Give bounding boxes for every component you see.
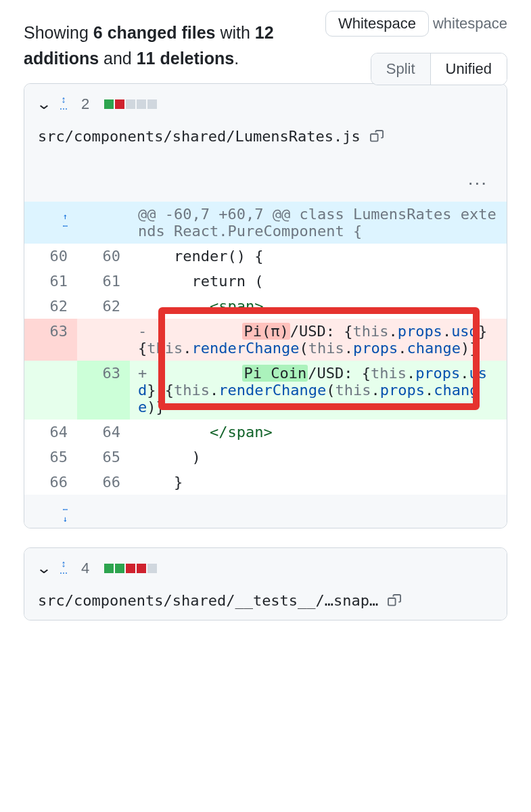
change-count: 4: [81, 560, 89, 577]
change-count: 2: [81, 95, 89, 113]
file-path[interactable]: src/components/shared/__tests__/…snap…: [38, 592, 378, 609]
line-num-old: 63: [24, 319, 77, 361]
expand-down-icon[interactable]: ⋯↓: [63, 505, 68, 524]
diffstat-del-square: [126, 564, 135, 573]
expand-all-icon[interactable]: ↕ ⋯: [60, 95, 68, 113]
split-view-button[interactable]: Split: [371, 53, 430, 85]
copy-icon[interactable]: [388, 594, 401, 608]
line-num-old: 62: [24, 294, 77, 319]
whitespace-toggle-button[interactable]: Whitespace: [325, 11, 429, 37]
summary-prefix: Showing: [24, 23, 93, 42]
whitespace-label: whitespace: [433, 15, 507, 32]
line-num-new: 66: [77, 470, 130, 495]
code-line: ): [130, 445, 507, 470]
line-num-new: 60: [77, 244, 130, 269]
diff-line[interactable]: 6666 }: [24, 470, 507, 495]
summary-deletions: 11 deletions: [137, 49, 235, 68]
code-line: }: [130, 470, 507, 495]
diffstat-neutral-square: [147, 99, 157, 109]
diffstat-neutral-square: [137, 99, 146, 109]
line-num-old: 61: [24, 269, 77, 294]
code-line: </span>: [130, 420, 507, 445]
more-options-button[interactable]: ...: [24, 156, 507, 202]
line-num-new: [77, 319, 130, 361]
code-line: + Pi Coin/USD: {this.props.usd} {this.re…: [130, 361, 507, 420]
line-num-old: 66: [24, 470, 77, 495]
diffstat: [104, 99, 157, 109]
code-line: <span>: [130, 294, 507, 319]
summary-files: 6 changed files: [93, 23, 216, 42]
file-header: ⌄ ↕ ⋯ 4: [24, 548, 507, 588]
hunk-text: @@ -60,7 +60,7 @@ class LumensRates exte…: [130, 202, 507, 244]
code-line: render() {: [130, 244, 507, 269]
chevron-down-icon[interactable]: ⌄: [36, 560, 51, 577]
diff-summary: Showing 6 changed files with 12 addition…: [24, 20, 308, 71]
diff-line[interactable]: 6262 <span>: [24, 294, 507, 319]
diffstat-add-square: [115, 564, 124, 573]
code-line: - Pi(π)/USD: {this.props.usd} {this.rend…: [130, 319, 507, 361]
diff-line[interactable]: 6464 </span>: [24, 420, 507, 445]
diffstat: [104, 564, 157, 573]
file-diff: ⌄ ↕ ⋯ 4 src/components/shared/__tests__/…: [24, 547, 507, 621]
line-num-new: 64: [77, 420, 130, 445]
line-num-old: 65: [24, 445, 77, 470]
chevron-down-icon[interactable]: ⌄: [36, 95, 51, 113]
hunk-header: ↑⋯ @@ -60,7 +60,7 @@ class LumensRates e…: [24, 202, 507, 244]
file-path[interactable]: src/components/shared/LumensRates.js: [38, 128, 361, 145]
line-num-old: 64: [24, 420, 77, 445]
summary-mid: with: [215, 23, 254, 42]
line-num-old: [24, 361, 77, 420]
line-num-new: 65: [77, 445, 130, 470]
diff-view-toggle[interactable]: Split Unified: [371, 53, 507, 85]
summary-suffix: .: [234, 49, 239, 68]
expand-up-icon[interactable]: ↑⋯: [63, 212, 68, 231]
unified-view-button[interactable]: Unified: [430, 53, 507, 85]
diff-line[interactable]: 6060 render() {: [24, 244, 507, 269]
diff-line[interactable]: 6565 ): [24, 445, 507, 470]
diffstat-neutral-square: [147, 564, 157, 573]
line-num-new: 61: [77, 269, 130, 294]
diffstat-neutral-square: [126, 99, 135, 109]
file-header: ⌄ ↕ ⋯ 2: [24, 84, 507, 124]
copy-icon[interactable]: [370, 130, 384, 143]
diff-line-deleted[interactable]: 63- Pi(π)/USD: {this.props.usd} {this.re…: [24, 319, 507, 361]
line-num-new: 62: [77, 294, 130, 319]
diff-table: ↑⋯ @@ -60,7 +60,7 @@ class LumensRates e…: [24, 202, 507, 528]
diff-line-added[interactable]: 63+ Pi Coin/USD: {this.props.usd} {this.…: [24, 361, 507, 420]
summary-and: and: [99, 49, 137, 68]
code-line: return (: [130, 269, 507, 294]
file-diff: ⌄ ↕ ⋯ 2 src/components/shared/LumensRate…: [24, 83, 507, 528]
line-num-old: 60: [24, 244, 77, 269]
line-num-new: 63: [77, 361, 130, 420]
diffstat-del-square: [137, 564, 146, 573]
diffstat-del-square: [115, 99, 124, 109]
diffstat-add-square: [104, 99, 114, 109]
expand-down-row[interactable]: ⋯↓: [24, 495, 507, 528]
diffstat-add-square: [104, 564, 114, 573]
expand-all-icon[interactable]: ↕ ⋯: [60, 559, 68, 577]
diff-line[interactable]: 6161 return (: [24, 269, 507, 294]
